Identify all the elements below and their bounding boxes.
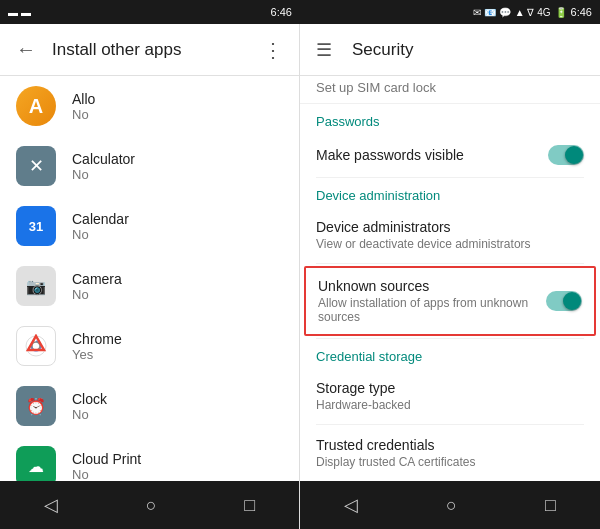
- app-info-clock: Clock No: [72, 391, 107, 422]
- right-panel-title: Security: [352, 40, 413, 60]
- right-status-icons: ✉ 📧 💬: [473, 7, 511, 18]
- unknown-sources-subtitle: Allow installation of apps from unknown …: [318, 296, 546, 324]
- section-header-passwords: Passwords: [300, 104, 600, 133]
- unknown-sources-toggle[interactable]: [546, 291, 582, 311]
- right-signal: ▲ ∇ 4G: [515, 7, 551, 18]
- left-status-time: 6:46: [271, 6, 292, 18]
- unknown-sources-title: Unknown sources: [318, 278, 546, 294]
- list-item[interactable]: ⏰ Clock No: [0, 376, 299, 436]
- app-info-chrome: Chrome Yes: [72, 331, 122, 362]
- overflow-menu-button[interactable]: ⋮: [263, 38, 283, 62]
- list-item[interactable]: 📷 Camera No: [0, 256, 299, 316]
- nav-back-left[interactable]: ◁: [24, 486, 78, 524]
- left-nav-bar: ◁ ○ □: [0, 481, 299, 529]
- unknown-sources-item[interactable]: Unknown sources Allow installation of ap…: [304, 266, 596, 336]
- app-icon-calendar: 31: [16, 206, 56, 246]
- toggle-knob: [565, 146, 583, 164]
- app-icon-chrome: [16, 326, 56, 366]
- right-battery: 🔋: [555, 7, 567, 18]
- hamburger-menu-button[interactable]: ☰: [316, 39, 332, 61]
- divider: [316, 263, 584, 264]
- app-info-calendar: Calendar No: [72, 211, 129, 242]
- scrolled-off-item: Set up SIM card lock: [300, 76, 600, 104]
- list-item[interactable]: ☁ Cloud Print No: [0, 436, 299, 481]
- storage-type-title: Storage type: [316, 380, 584, 396]
- app-info-camera: Camera No: [72, 271, 122, 302]
- section-header-device-admin: Device administration: [300, 178, 600, 207]
- back-button[interactable]: ←: [16, 38, 36, 61]
- nav-back-right[interactable]: ◁: [324, 486, 378, 524]
- right-header: ☰ Security: [300, 24, 600, 76]
- toggle-knob: [563, 292, 581, 310]
- trusted-credentials-title: Trusted credentials: [316, 437, 584, 453]
- app-info-calculator: Calculator No: [72, 151, 135, 182]
- left-header: ← Install other apps ⋮: [0, 24, 299, 76]
- app-icon-camera: 📷: [16, 266, 56, 306]
- app-info-allo: Allo No: [72, 91, 95, 122]
- device-administrators-title: Device administrators: [316, 219, 584, 235]
- list-item[interactable]: A Allo No: [0, 76, 299, 136]
- left-panel-title: Install other apps: [52, 40, 263, 60]
- nav-recent-left[interactable]: □: [224, 487, 275, 524]
- app-icon-allo: A: [16, 86, 56, 126]
- list-item[interactable]: ✕ Calculator No: [0, 136, 299, 196]
- list-item[interactable]: 31 Calendar No: [0, 196, 299, 256]
- device-administrators-subtitle: View or deactivate device administrators: [316, 237, 584, 251]
- nav-home-right[interactable]: ○: [426, 487, 477, 524]
- nav-home-left[interactable]: ○: [126, 487, 177, 524]
- settings-list: Set up SIM card lock Passwords Make pass…: [300, 76, 600, 481]
- storage-type-subtitle: Hardware-backed: [316, 398, 584, 412]
- app-icon-clock: ⏰: [16, 386, 56, 426]
- trusted-credentials-item[interactable]: Trusted credentials Display trusted CA c…: [300, 425, 600, 481]
- passwords-visible-title: Make passwords visible: [316, 147, 548, 163]
- passwords-visible-toggle[interactable]: [548, 145, 584, 165]
- storage-type-item[interactable]: Storage type Hardware-backed: [300, 368, 600, 424]
- app-list: A Allo No ✕ Calculator No 31 Calendar No: [0, 76, 299, 481]
- section-header-credential: Credential storage: [300, 339, 600, 368]
- right-time: 6:46: [571, 6, 592, 18]
- passwords-visible-item[interactable]: Make passwords visible: [300, 133, 600, 177]
- left-status-icons: ▬ ▬: [8, 7, 31, 18]
- nav-recent-right[interactable]: □: [525, 487, 576, 524]
- app-info-cloudprint: Cloud Print No: [72, 451, 141, 482]
- list-item[interactable]: Chrome Yes: [0, 316, 299, 376]
- trusted-credentials-subtitle: Display trusted CA certificates: [316, 455, 584, 469]
- device-administrators-item[interactable]: Device administrators View or deactivate…: [300, 207, 600, 263]
- app-icon-calculator: ✕: [16, 146, 56, 186]
- app-icon-cloudprint: ☁: [16, 446, 56, 481]
- right-nav-bar: ◁ ○ □: [300, 481, 600, 529]
